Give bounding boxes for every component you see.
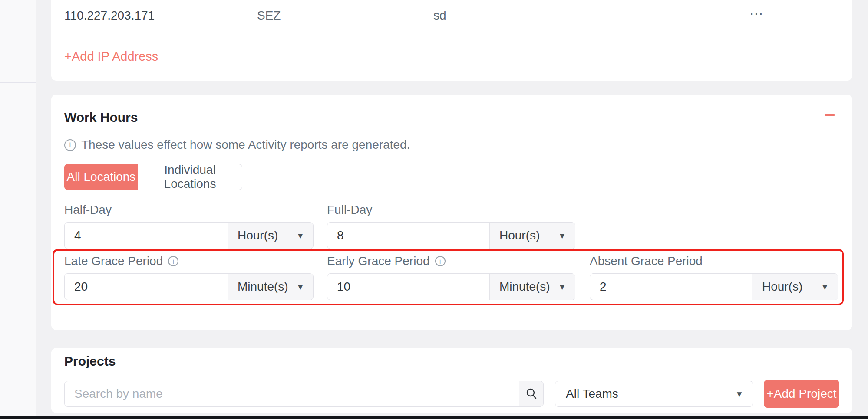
left-rail <box>0 0 36 419</box>
chevron-down-icon: ▼ <box>296 232 304 240</box>
search-icon <box>525 387 538 400</box>
full-day-unit-select[interactable]: Hour(s) ▼ <box>489 223 575 249</box>
projects-title: Projects <box>64 354 116 369</box>
chevron-down-icon: ▼ <box>558 283 566 291</box>
full-day-input[interactable] <box>327 223 489 249</box>
early-grace-field: Minute(s) ▼ <box>327 273 575 300</box>
absent-grace-input[interactable] <box>590 274 752 300</box>
half-day-label: Half-Day <box>64 203 112 217</box>
work-hours-info: i These values effect how some Activity … <box>64 138 410 152</box>
work-hours-title: Work Hours <box>64 110 138 125</box>
info-icon: i <box>64 139 76 151</box>
project-search <box>64 381 544 407</box>
ip-address-cell: 110.227.203.171 <box>64 9 155 23</box>
chevron-down-icon: ▼ <box>296 283 304 291</box>
full-day-label: Full-Day <box>327 203 372 217</box>
row-divider <box>51 2 852 2</box>
late-grace-unit-select[interactable]: Minute(s) ▼ <box>228 274 313 300</box>
ip-location-cell: SEZ <box>257 9 281 23</box>
team-filter-select[interactable]: All Teams ▼ <box>555 381 753 407</box>
late-grace-field: Minute(s) ▼ <box>64 273 314 300</box>
half-day-field: Hour(s) ▼ <box>64 222 314 249</box>
work-hours-info-text: These values effect how some Activity re… <box>81 138 410 152</box>
search-button[interactable] <box>519 381 543 406</box>
info-icon[interactable]: i <box>168 256 178 266</box>
add-project-button[interactable]: +Add Project <box>764 380 839 408</box>
late-grace-label: Late Grace Period i <box>64 254 178 268</box>
chevron-down-icon: ▼ <box>821 283 829 291</box>
half-day-unit-select[interactable]: Hour(s) ▼ <box>228 223 313 249</box>
absent-grace-field: Hour(s) ▼ <box>590 273 838 300</box>
search-input[interactable] <box>65 381 519 406</box>
ip-table-row: 110.227.203.171 SEZ sd ⋯ <box>51 7 852 24</box>
location-tabs: All Locations Individual Locations <box>64 164 242 190</box>
ip-description-cell: sd <box>433 9 446 23</box>
early-grace-label: Early Grace Period i <box>327 254 446 268</box>
early-grace-unit-select[interactable]: Minute(s) ▼ <box>489 274 575 300</box>
rail-divider <box>0 82 36 83</box>
absent-grace-unit-select[interactable]: Hour(s) ▼ <box>752 274 838 300</box>
projects-card: Projects All Teams ▼ +Add Project <box>51 348 852 413</box>
chevron-down-icon: ▼ <box>735 390 743 398</box>
work-hours-card: Work Hours i These values effect how som… <box>51 95 852 330</box>
ellipsis-icon: ⋯ <box>749 6 764 22</box>
row-menu-button[interactable]: ⋯ <box>746 4 768 23</box>
chevron-down-icon: ▼ <box>558 232 566 240</box>
tab-all-locations[interactable]: All Locations <box>64 164 138 190</box>
add-ip-address-button[interactable]: +Add IP Address <box>64 49 158 64</box>
tab-individual-locations[interactable]: Individual Locations <box>138 164 242 190</box>
info-icon[interactable]: i <box>435 256 446 266</box>
window-bottom-edge <box>0 416 868 419</box>
full-day-field: Hour(s) ▼ <box>327 222 575 249</box>
absent-grace-label: Absent Grace Period <box>590 254 703 268</box>
collapse-icon[interactable] <box>825 113 835 117</box>
late-grace-input[interactable] <box>65 274 228 300</box>
early-grace-input[interactable] <box>327 274 489 300</box>
ip-allowlist-card: 110.227.203.171 SEZ sd ⋯ +Add IP Address <box>51 0 852 81</box>
half-day-input[interactable] <box>65 223 228 249</box>
